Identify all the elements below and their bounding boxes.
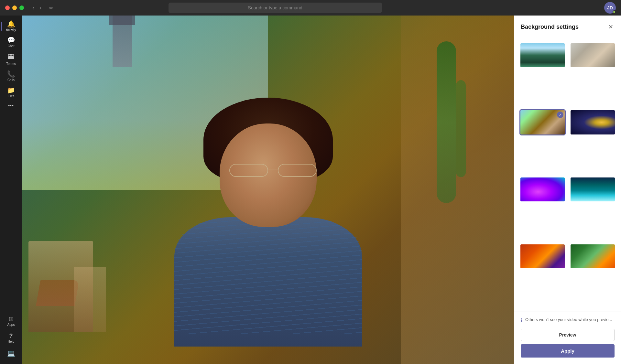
background-option-2[interactable] xyxy=(570,42,616,68)
sidebar: 🔔 Activity 💬 Chat Teams 📞 Calls 📁 xyxy=(0,16,22,364)
video-background xyxy=(22,16,514,364)
sidebar-item-chat-label: Chat xyxy=(7,44,14,48)
info-text: Others won't see your video while you pr… xyxy=(525,317,612,322)
sidebar-item-calls-label: Calls xyxy=(7,78,15,82)
panel-header: Background settings ✕ xyxy=(514,16,621,37)
close-panel-button[interactable]: ✕ xyxy=(607,22,615,32)
sidebar-item-device[interactable]: 💻 xyxy=(1,347,21,359)
sidebar-item-apps-label: Apps xyxy=(7,323,15,327)
back-button[interactable]: ‹ xyxy=(30,3,36,13)
nav-buttons: ‹ › xyxy=(30,3,43,13)
background-option-6[interactable] xyxy=(570,177,616,202)
sidebar-bottom: ⊞ Apps ? Help 💻 xyxy=(1,313,21,361)
panel-footer: ℹ Others won't see your video while you … xyxy=(514,312,621,364)
background-settings-panel: Background settings ✕ ✓ xyxy=(514,16,621,364)
info-icon: ℹ xyxy=(521,317,523,324)
background-option-8[interactable] xyxy=(570,243,616,269)
video-participant xyxy=(22,16,514,364)
background-option-7[interactable] xyxy=(519,243,566,269)
info-row: ℹ Others won't see your video while you … xyxy=(521,317,615,324)
sidebar-item-more[interactable]: ••• xyxy=(1,101,21,110)
svg-rect-0 xyxy=(10,54,12,56)
maximize-window-button[interactable] xyxy=(19,5,24,10)
sidebar-item-teams-label: Teams xyxy=(6,62,16,66)
preview-button[interactable]: Preview xyxy=(521,329,615,341)
teams-icon xyxy=(7,53,15,61)
chat-icon: 💬 xyxy=(7,37,15,43)
sidebar-item-files-label: Files xyxy=(7,94,14,98)
titlebar: ‹ › ✏ JD xyxy=(0,0,621,16)
apps-icon: ⊞ xyxy=(8,316,14,322)
sidebar-item-help-label: Help xyxy=(8,340,15,343)
background-option-3[interactable]: ✓ xyxy=(519,109,566,135)
background-option-4[interactable] xyxy=(570,109,616,135)
sidebar-item-activity-label: Activity xyxy=(6,28,16,32)
forward-button[interactable]: › xyxy=(38,3,43,13)
presence-indicator xyxy=(613,10,616,14)
video-area: 03:05 ••• xyxy=(22,16,514,364)
compose-button[interactable]: ✏ xyxy=(47,4,55,12)
background-option-1[interactable] xyxy=(519,42,566,68)
background-option-5[interactable] xyxy=(519,177,566,202)
search-input[interactable] xyxy=(169,3,382,13)
activity-icon: 🔔 xyxy=(7,21,15,27)
bg-thumb-2-img xyxy=(571,43,615,67)
sidebar-item-files[interactable]: 📁 Files xyxy=(1,84,21,101)
sidebar-item-chat[interactable]: 💬 Chat xyxy=(1,34,21,50)
sidebar-item-apps[interactable]: ⊞ Apps xyxy=(1,313,21,329)
sidebar-item-calls[interactable]: 📞 Calls xyxy=(1,68,21,84)
sidebar-item-activity[interactable]: 🔔 Activity xyxy=(1,18,21,34)
main-layout: 🔔 Activity 💬 Chat Teams 📞 Calls 📁 xyxy=(0,16,621,364)
background-grid: ✓ xyxy=(514,37,621,312)
files-icon: 📁 xyxy=(7,87,15,93)
avatar-area: JD xyxy=(604,2,616,14)
bg-thumb-8-img xyxy=(571,244,615,268)
svg-rect-2 xyxy=(12,54,14,56)
minimize-window-button[interactable] xyxy=(12,5,17,10)
apply-button[interactable]: Apply xyxy=(521,344,615,358)
bg-thumb-4-img xyxy=(571,110,615,134)
help-icon: ? xyxy=(9,333,13,339)
bg-thumb-7-img xyxy=(520,244,565,268)
bg-thumb-5-img xyxy=(520,177,565,201)
close-window-button[interactable] xyxy=(5,5,10,10)
bg-thumb-6-img xyxy=(571,177,615,201)
svg-rect-1 xyxy=(8,54,10,56)
calls-icon: 📞 xyxy=(7,71,15,77)
sidebar-item-help[interactable]: ? Help xyxy=(1,330,21,346)
more-icon: ••• xyxy=(8,103,14,108)
bg-thumb-1-img xyxy=(520,43,565,67)
sidebar-item-teams[interactable]: Teams xyxy=(1,50,21,68)
traffic-lights xyxy=(5,5,24,10)
panel-title: Background settings xyxy=(521,24,579,30)
device-icon: 💻 xyxy=(7,350,15,356)
